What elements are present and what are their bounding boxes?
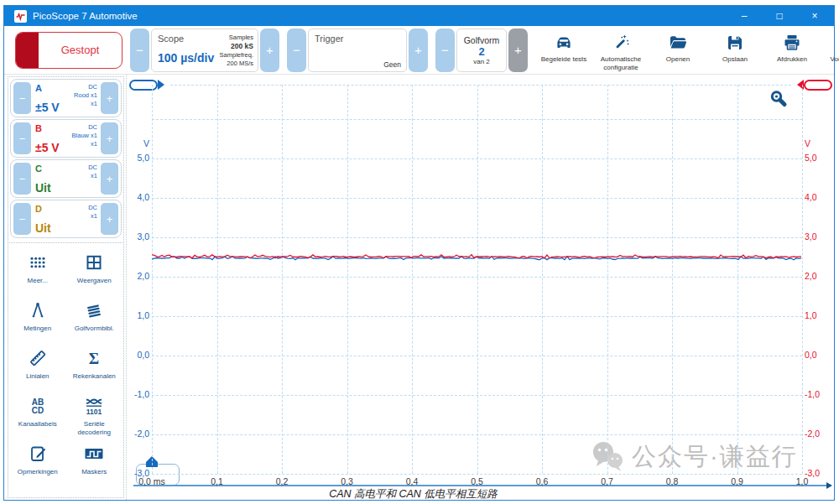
wechat-icon bbox=[590, 440, 627, 474]
y-axis-label-right: 4,0 bbox=[805, 192, 827, 202]
channel-setting-value: x1 bbox=[88, 172, 97, 180]
y-axis-label-left: 3,0 bbox=[127, 231, 149, 242]
tool-button-label: Seriële decodering bbox=[77, 420, 111, 436]
gridline-vertical bbox=[152, 85, 153, 474]
gridline-vertical bbox=[607, 85, 608, 474]
gridline-horizontal bbox=[152, 119, 802, 120]
toolbar-button-afdrukken[interactable]: Afdrukken bbox=[763, 32, 821, 64]
tool-button-maskers[interactable]: Maskers bbox=[66, 441, 123, 489]
channel-settings: DCRood x1x1 bbox=[74, 83, 97, 107]
channel-c-plus-button[interactable]: + bbox=[101, 163, 118, 195]
tool-button-meer[interactable]: Meer... bbox=[9, 250, 66, 298]
toolbar-button-label: Voertuigdata bbox=[831, 55, 839, 64]
zoom-magnifier-icon[interactable] bbox=[768, 88, 789, 110]
channel-labels-icon: ABCD bbox=[28, 393, 48, 418]
stop-button[interactable]: Gestopt bbox=[15, 32, 122, 69]
channel-setting-value: x1 bbox=[88, 212, 97, 221]
channel-a-marker-arrow-icon bbox=[158, 80, 164, 90]
tool-button-rekenkanalen[interactable]: ΣRekenkanalen bbox=[66, 346, 123, 393]
scope-graph: 公众号·谦益行 CAN 高电平和 CAN 低电平相互短路 V5,04,03,02… bbox=[127, 75, 834, 500]
gridline-vertical bbox=[542, 85, 543, 474]
waveform-prev-button[interactable]: − bbox=[435, 29, 455, 72]
channel-panel-b[interactable]: −+B±5 VDCBlauw x1x1 bbox=[10, 119, 122, 158]
trigger-minus-button[interactable]: − bbox=[287, 29, 306, 72]
channel-d-minus-button[interactable]: − bbox=[13, 203, 31, 235]
channel-b-marker-box bbox=[804, 80, 832, 91]
channel-setting-value: DC bbox=[74, 83, 97, 91]
gridline-horizontal bbox=[152, 277, 802, 278]
samples-value: 200 kS bbox=[220, 42, 253, 51]
sidebar-inner: −+A±5 VDCRood x1x1−+B±5 VDCBlauw x1x1−+C… bbox=[8, 76, 124, 498]
channel-setting-value: x1 bbox=[72, 140, 97, 148]
channel-c-minus-button[interactable]: − bbox=[13, 163, 31, 195]
gridline-horizontal bbox=[152, 158, 802, 159]
channel-range-value: Uit bbox=[35, 221, 51, 235]
gridline-vertical bbox=[282, 85, 283, 474]
tool-button-golfvormbibl[interactable]: Golfvormbibl. bbox=[66, 298, 123, 346]
channel-panel-a[interactable]: −+A±5 VDCRood x1x1 bbox=[10, 79, 122, 117]
waveform-library-icon bbox=[83, 298, 105, 323]
waveform-next-button[interactable]: + bbox=[508, 29, 528, 72]
tool-button-label: Meer... bbox=[28, 277, 48, 285]
watermark-text: 公众号·谦益行 bbox=[632, 440, 798, 474]
notes-icon bbox=[27, 441, 49, 466]
stop-button-label: Gestopt bbox=[39, 44, 122, 56]
toolbar-button-openen[interactable]: Openen bbox=[649, 32, 706, 64]
channel-panel-c[interactable]: −+CUitDCx1 bbox=[10, 159, 122, 198]
channel-a-minus-button[interactable]: − bbox=[13, 82, 31, 114]
x-axis-label: 0,3 bbox=[320, 476, 374, 486]
minimize-button[interactable]: – bbox=[727, 6, 762, 26]
timebase-value: 100 µs/div bbox=[158, 51, 214, 65]
channel-b-minus-button[interactable]: − bbox=[13, 122, 31, 154]
gridline-vertical bbox=[217, 85, 218, 474]
trigger-panel[interactable]: Trigger Geen bbox=[308, 29, 407, 72]
tool-button-kanaallabels[interactable]: ABCDKanaallabels bbox=[9, 393, 66, 441]
x-axis-label: 0,6 bbox=[515, 476, 569, 486]
scope-plus-button[interactable]: + bbox=[260, 29, 279, 72]
toolbar-button-voertuigdata[interactable]: Voertuigdata bbox=[821, 32, 839, 64]
toolbar-button-opslaan[interactable]: Opslaan bbox=[706, 32, 763, 64]
tool-button-weergaven[interactable]: Weergaven bbox=[66, 250, 123, 298]
x-axis-label: 1,0 bbox=[775, 476, 829, 486]
scope-minus-button[interactable]: − bbox=[130, 29, 149, 72]
y-axis-label-right: 5,0 bbox=[805, 153, 827, 163]
tool-button-label: Linialen bbox=[26, 372, 50, 381]
tool-button-metingen[interactable]: Metingen bbox=[9, 298, 66, 346]
channel-a-axis-marker[interactable] bbox=[129, 79, 164, 91]
scope-group: − Scope 100 µs/div Samples 200 kS Sample… bbox=[130, 29, 279, 72]
channel-settings: DCBlauw x1x1 bbox=[72, 123, 97, 148]
channel-letter: A bbox=[35, 83, 42, 93]
tool-button-linialen[interactable]: Linialen bbox=[9, 346, 66, 393]
maximize-button[interactable]: □ bbox=[762, 6, 797, 26]
save-icon bbox=[725, 32, 745, 54]
graph-caption: CAN 高电平和 CAN 低电平相互短路 bbox=[127, 487, 700, 500]
gridline-vertical bbox=[412, 85, 413, 474]
tool-button-seri-le-decodering[interactable]: 1101Seriële decodering bbox=[66, 393, 123, 441]
tool-button-opmerkingen[interactable]: Opmerkingen bbox=[9, 441, 66, 489]
x-axis-label: 0,7 bbox=[581, 476, 634, 486]
sigma-icon: Σ bbox=[84, 346, 104, 371]
toolbar-button-automatische-configuratie[interactable]: Automatische configuratie bbox=[592, 32, 649, 72]
channel-b-plus-button[interactable]: + bbox=[101, 122, 118, 154]
channel-letter: C bbox=[35, 164, 42, 174]
gridline-vertical bbox=[672, 85, 673, 474]
y-axis-label-left: 5,0 bbox=[127, 153, 149, 163]
scope-panel[interactable]: Scope 100 µs/div Samples 200 kS Samplefr… bbox=[151, 29, 258, 72]
channel-a-plus-button[interactable]: + bbox=[101, 82, 118, 114]
toolbar-button-begeleide-tests[interactable]: Begeleide tests bbox=[535, 32, 592, 64]
views-icon bbox=[83, 250, 105, 275]
gridline-vertical bbox=[347, 85, 348, 474]
channel-panel-d[interactable]: −+DUitDCx1 bbox=[10, 200, 122, 238]
channel-range-value: Uit bbox=[35, 181, 51, 195]
channel-range-value: ±5 V bbox=[35, 141, 60, 154]
channel-setting-value: DC bbox=[88, 164, 97, 172]
waveform-traces bbox=[127, 75, 834, 500]
close-button[interactable]: × bbox=[797, 6, 832, 26]
waveform-nav-panel[interactable]: Golfvorm 2 van 2 bbox=[456, 29, 507, 72]
tool-button-label: Opmerkingen bbox=[18, 468, 58, 476]
toolbar-button-label: Automatische configuratie bbox=[601, 55, 641, 72]
scope-left: Scope 100 µs/div bbox=[158, 34, 214, 68]
trigger-plus-button[interactable]: + bbox=[409, 29, 428, 72]
channel-d-plus-button[interactable]: + bbox=[101, 203, 118, 235]
y-axis-label-right: 0,0 bbox=[805, 350, 827, 360]
